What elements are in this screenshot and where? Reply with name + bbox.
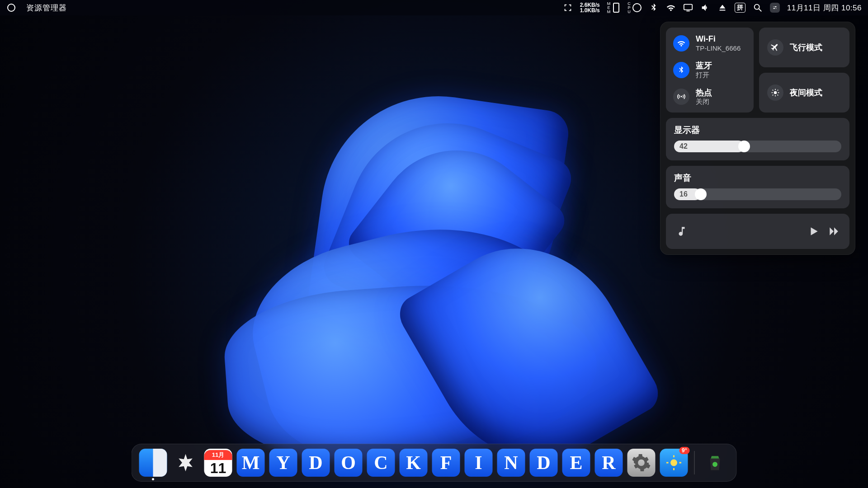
night-mode-toggle[interactable]: 夜间模式: [759, 73, 849, 113]
volume-label: 声音: [674, 172, 841, 184]
next-button[interactable]: [828, 225, 840, 237]
svg-line-4: [759, 9, 761, 12]
svg-rect-0: [613, 3, 619, 12]
bluetooth-icon: [673, 62, 689, 78]
dock-letter-f-6[interactable]: F: [432, 449, 460, 477]
control-center-icon[interactable]: [770, 3, 780, 13]
svg-point-3: [754, 5, 759, 9]
brightness-slider[interactable]: 42: [674, 141, 841, 152]
wifi-subtitle: TP-LINK_6666: [696, 44, 741, 53]
bluetooth-title: 蓝牙: [696, 61, 712, 71]
svg-point-7: [774, 6, 775, 8]
svg-point-8: [775, 8, 776, 9]
net-down: 1.0KB/s: [580, 8, 600, 13]
dock-letter-i-7[interactable]: I: [465, 449, 493, 477]
hotspot-icon: [673, 89, 689, 105]
music-icon: [676, 225, 688, 237]
svg-line-17: [773, 94, 774, 95]
svg-line-16: [778, 94, 778, 95]
dock-letter-e-10[interactable]: E: [562, 449, 590, 477]
display-icon[interactable]: [683, 3, 693, 13]
eject-icon[interactable]: [717, 3, 727, 13]
cpu-indicator[interactable]: CPU: [627, 2, 642, 14]
memory-indicator[interactable]: MEM: [607, 2, 621, 14]
svg-line-18: [778, 90, 778, 91]
svg-point-9: [680, 96, 682, 97]
wifi-title: Wi-Fi: [696, 34, 741, 44]
calendar-month: 11月: [204, 450, 232, 460]
night-icon: [767, 84, 783, 101]
volume-value: 16: [679, 190, 688, 198]
dock-letter-d-2[interactable]: D: [302, 449, 330, 477]
dock-trash[interactable]: [701, 449, 729, 477]
menubar: 资源管理器 2.6KB/s 1.0KB/s MEM CPU: [0, 0, 868, 15]
volume-slider[interactable]: 16: [674, 188, 841, 200]
svg-rect-1: [684, 5, 692, 10]
dock-letter-d-9[interactable]: D: [530, 449, 558, 477]
dock-calendar[interactable]: 11月 11: [204, 449, 232, 477]
control-center-panel: Wi-Fi TP-LINK_6666 蓝牙 打开 热点 关闭: [660, 22, 855, 255]
volume-icon[interactable]: [700, 3, 710, 13]
search-icon[interactable]: [753, 3, 763, 13]
wifi-toggle[interactable]: Wi-Fi TP-LINK_6666: [673, 34, 746, 52]
active-app-title[interactable]: 资源管理器: [26, 3, 67, 13]
start-button[interactable]: [6, 3, 16, 13]
play-button[interactable]: [808, 225, 820, 237]
calendar-day: 11: [210, 461, 226, 475]
bluetooth-subtitle: 打开: [696, 71, 712, 80]
dock-letter-y-1[interactable]: Y: [269, 449, 297, 477]
dock-finder[interactable]: [139, 449, 167, 477]
clock[interactable]: 11月11日 周四 10:56: [787, 3, 862, 13]
network-speed[interactable]: 2.6KB/s 1.0KB/s: [580, 2, 600, 13]
airplane-icon: [767, 39, 783, 56]
bluetooth-toggle[interactable]: 蓝牙 打开: [673, 61, 746, 79]
svg-point-19: [670, 460, 677, 466]
dock-launchpad[interactable]: [172, 449, 200, 477]
dock-settings[interactable]: [627, 449, 656, 477]
ime-indicator[interactable]: 拼: [735, 3, 745, 13]
fullscreen-icon[interactable]: [563, 3, 573, 13]
hotspot-toggle[interactable]: 热点 关闭: [673, 88, 746, 106]
wifi-icon: [673, 35, 689, 52]
wallpaper-bloom: [185, 60, 683, 467]
brightness-label: 显示器: [674, 124, 841, 136]
dock-letter-r-11[interactable]: R: [595, 449, 623, 477]
connectivity-card: Wi-Fi TP-LINK_6666 蓝牙 打开 热点 关闭: [666, 28, 754, 113]
dock-letter-c-4[interactable]: C: [367, 449, 395, 477]
volume-card: 声音 16: [666, 166, 849, 208]
hotspot-subtitle: 关闭: [696, 98, 712, 106]
dock-letter-m-0[interactable]: M: [237, 449, 265, 477]
brightness-value: 42: [679, 142, 688, 150]
dock-letter-k-5[interactable]: K: [400, 449, 428, 477]
dock-separator: [694, 451, 695, 474]
hotspot-title: 热点: [696, 88, 712, 98]
brightness-card: 显示器 42: [666, 118, 849, 160]
svg-rect-2: [686, 10, 689, 11]
running-indicator: [152, 478, 154, 480]
airplane-mode-toggle[interactable]: 飞行模式: [759, 28, 849, 67]
night-label: 夜间模式: [790, 87, 822, 98]
wifi-icon[interactable]: [666, 3, 676, 13]
dock: 11月 11 MYDOCKFINDER 9°: [132, 444, 737, 482]
airplane-label: 飞行模式: [790, 42, 822, 53]
dock-weather[interactable]: 9°: [660, 449, 688, 477]
svg-line-15: [773, 90, 774, 91]
bluetooth-icon[interactable]: [649, 3, 659, 13]
svg-point-24: [712, 462, 717, 467]
svg-point-10: [774, 91, 777, 94]
dock-letter-o-3[interactable]: O: [335, 449, 363, 477]
weather-badge: 9°: [679, 447, 689, 454]
media-card: [666, 214, 849, 249]
dock-letter-n-8[interactable]: N: [497, 449, 525, 477]
